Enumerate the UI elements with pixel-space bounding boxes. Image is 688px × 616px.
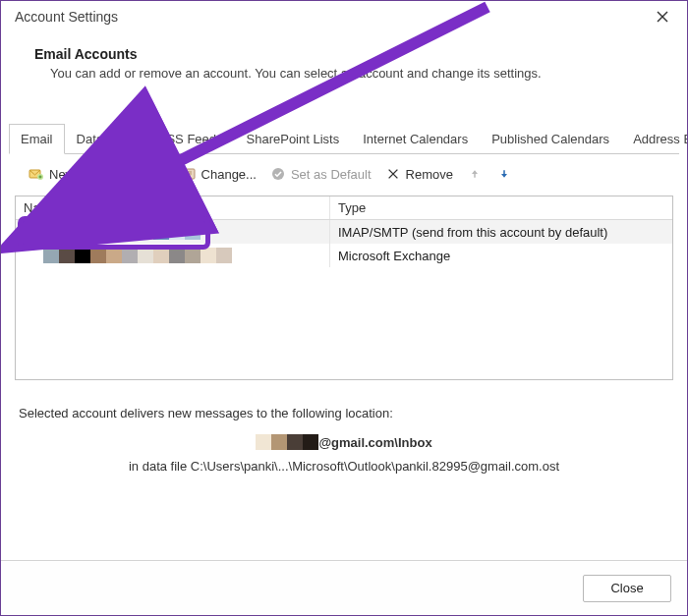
tab-email[interactable]: Email: [9, 124, 65, 154]
column-type[interactable]: Type: [330, 196, 672, 219]
remove-button[interactable]: Remove: [379, 162, 459, 186]
account-type: Microsoft Exchange: [330, 245, 672, 267]
table-header: Name Type: [16, 196, 672, 220]
new-button-label: New...: [49, 167, 85, 182]
tab-data-files[interactable]: Data Files: [65, 124, 146, 153]
column-name[interactable]: Name: [16, 196, 330, 219]
table-body: IMAP/SMTP (send from this account by def…: [16, 220, 672, 267]
repair-button[interactable]: Repair...: [92, 162, 172, 186]
header: Email Accounts You can add or remove an …: [1, 32, 687, 98]
change-icon: [181, 166, 197, 182]
account-type: IMAP/SMTP (send from this account by def…: [330, 221, 672, 244]
window-close-button[interactable]: [646, 1, 679, 32]
table-row[interactable]: IMAP/SMTP (send from this account by def…: [16, 220, 672, 244]
location-folder: @gmail.com\Inbox: [256, 434, 431, 450]
title-bar: Account Settings: [1, 1, 687, 32]
footer: Close: [1, 560, 687, 615]
page-title: Email Accounts: [34, 46, 659, 62]
location-label: Selected account delivers new messages t…: [19, 406, 669, 420]
location-account-redacted: [256, 434, 318, 450]
location-info: Selected account delivers new messages t…: [19, 406, 669, 474]
table-row[interactable]: Microsoft Exchange: [16, 244, 672, 267]
account-name-redacted: [43, 224, 201, 240]
tab-internet-calendars[interactable]: Internet Calendars: [351, 124, 480, 153]
wrench-icon: [98, 166, 114, 182]
move-down-button[interactable]: [490, 162, 518, 186]
move-up-button: [461, 162, 488, 186]
arrow-down-icon: [496, 166, 512, 182]
tab-sharepoint-lists[interactable]: SharePoint Lists: [235, 124, 352, 153]
new-button[interactable]: New...: [23, 162, 90, 186]
location-folder-text: @gmail.com\Inbox: [318, 435, 431, 450]
close-icon: [657, 11, 668, 23]
check-circle-icon: [270, 166, 286, 182]
remove-icon: [385, 166, 401, 182]
change-button-label: Change...: [201, 167, 257, 182]
toolbar: New... Repair... Change... Set as Defaul…: [9, 154, 679, 194]
set-default-button: Set as Default: [264, 162, 377, 186]
accounts-table: Name Type: [15, 196, 673, 380]
tab-rss-feeds[interactable]: RSS Feeds: [145, 124, 234, 153]
tab-address-books[interactable]: Address Books: [621, 124, 688, 153]
repair-button-label: Repair...: [119, 167, 166, 182]
close-button[interactable]: Close: [583, 575, 671, 602]
mail-new-icon: [29, 166, 44, 182]
account-name-redacted: [43, 248, 232, 263]
remove-button-label: Remove: [406, 167, 453, 182]
tab-published-calendars[interactable]: Published Calendars: [480, 124, 621, 153]
page-subtitle: You can add or remove an account. You ca…: [34, 66, 659, 81]
set-default-button-label: Set as Default: [291, 167, 372, 182]
change-button[interactable]: Change...: [175, 162, 262, 186]
window-title: Account Settings: [15, 9, 118, 25]
location-path: in data file C:\Users\panki\...\Microsof…: [19, 459, 669, 474]
default-account-icon: [24, 225, 37, 239]
arrow-up-icon: [467, 166, 483, 182]
tab-strip: Email Data Files RSS Feeds SharePoint Li…: [9, 124, 679, 154]
